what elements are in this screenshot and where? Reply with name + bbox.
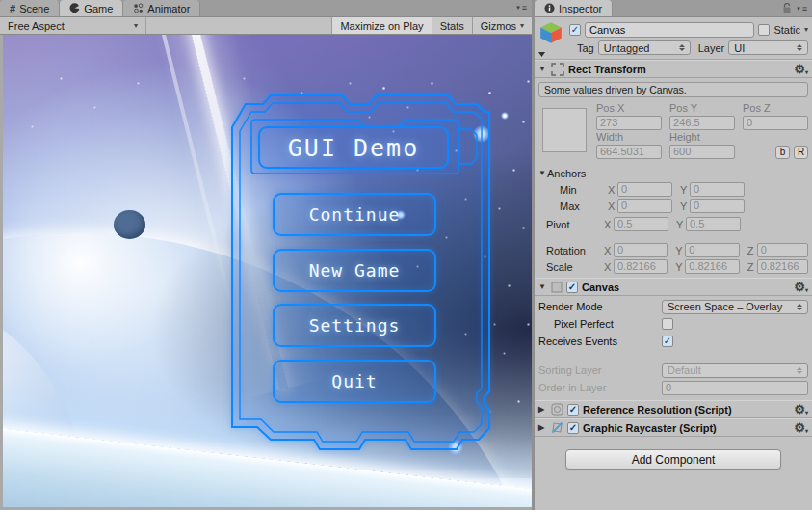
foldout-open-icon[interactable]: ▼ <box>538 65 547 73</box>
foldout-open-icon[interactable]: ▼ <box>538 169 547 177</box>
static-checkbox[interactable] <box>758 24 770 36</box>
graphic-raycaster-header[interactable]: ▶ ✓ Graphic Raycaster (Script) ⚙▾ <box>535 418 812 437</box>
foldout-closed-icon[interactable]: ▶ <box>538 405 547 414</box>
gear-icon[interactable]: ⚙▾ <box>794 402 808 416</box>
inspector-tabbar: Inspector ▾≡ <box>535 0 812 17</box>
aspect-dropdown[interactable]: Free Aspect ▾ <box>0 17 146 34</box>
scale-x-field[interactable]: 0.82166 <box>614 259 668 274</box>
pixel-perfect-checkbox[interactable] <box>662 318 673 330</box>
graphic-raycaster-checkbox[interactable]: ✓ <box>567 422 579 434</box>
order-in-layer-label: Order in Layer <box>538 382 662 393</box>
render-mode-dropdown[interactable]: Screen Space – Overlay <box>662 300 808 314</box>
scale-row: Scale X 0.82166 Y 0.82166 Z 0.82166 <box>535 259 812 274</box>
dropdown-arrows-icon <box>797 367 802 374</box>
rotation-z-field[interactable]: 0 <box>757 243 808 257</box>
pixel-perfect-label: Pixel Perfect <box>538 318 662 330</box>
scale-label: Scale <box>538 261 604 273</box>
stats-button[interactable]: Stats <box>432 17 472 34</box>
height-field[interactable]: 600 <box>669 145 735 159</box>
inspector-header: ✓ Static ▾ Tag Untagged Layer <box>535 17 812 60</box>
tab-scene-label: Scene <box>19 3 49 14</box>
toolbar-spacer <box>146 17 331 34</box>
pivot-label: Pivot <box>538 219 604 230</box>
pivot-row: Pivot X 0.5 Y 0.5 <box>535 217 812 231</box>
scene-icon: # <box>10 3 15 14</box>
reference-resolution-header[interactable]: ▶ ✓ Reference Resolution (Script) ⚙▾ <box>535 400 812 418</box>
add-component-button[interactable]: Add Component <box>565 449 781 470</box>
object-name-field[interactable] <box>585 22 754 38</box>
width-field[interactable]: 664.5031 <box>596 145 662 159</box>
tab-game[interactable]: Game <box>60 0 123 16</box>
min-label: Min <box>538 184 608 196</box>
lock-icon[interactable] <box>782 3 792 13</box>
max-y-field[interactable]: 0 <box>690 199 745 213</box>
pos-z-label: Pos Z <box>743 102 808 115</box>
rotation-y-field[interactable]: 0 <box>685 243 739 257</box>
tab-animator[interactable]: Animator <box>123 0 200 16</box>
menu-button-quit[interactable]: Quit <box>273 360 436 403</box>
menu-button-new-game[interactable]: New Game <box>273 249 436 292</box>
sorting-layer-label: Sorting Layer <box>538 364 662 376</box>
reference-resolution-icon <box>551 403 563 416</box>
game-panel: # Scene Game Animator ▾≡ Free Aspect ▾ <box>0 0 532 510</box>
rect-transform-icon <box>551 63 564 76</box>
sorting-layer-row: Sorting Layer Default <box>535 362 812 378</box>
maximize-on-play-button[interactable]: Maximize on Play <box>331 17 431 34</box>
order-in-layer-field[interactable]: 0 <box>662 381 808 395</box>
sorting-layer-dropdown[interactable]: Default <box>662 363 808 378</box>
rotation-x-field[interactable]: 0 <box>614 243 668 257</box>
raw-edit-mode-button[interactable]: R <box>794 146 808 159</box>
unity-editor-window: # Scene Game Animator ▾≡ Free Aspect ▾ <box>0 0 812 510</box>
foldout-open-icon[interactable]: ▼ <box>538 282 547 291</box>
menu-button-settings[interactable]: Settings <box>273 304 436 347</box>
active-checkbox[interactable]: ✓ <box>569 24 581 36</box>
menu-button-continue[interactable]: Continue <box>273 193 436 236</box>
gear-icon[interactable]: ⚙▾ <box>794 420 808 435</box>
gizmos-button[interactable]: Gizmos ▾ <box>472 17 532 34</box>
anchors-row[interactable]: ▼ Anchors <box>535 166 812 180</box>
pivot-y-field[interactable]: 0.5 <box>686 217 741 231</box>
pos-x-label: Pos X <box>596 102 662 115</box>
max-x-field[interactable]: 0 <box>617 199 672 213</box>
pos-y-field[interactable]: 246.5 <box>669 116 735 130</box>
gear-icon[interactable]: ⚙▾ <box>794 280 808 294</box>
rect-transform-header[interactable]: ▼ Rect Transform ⚙▾ <box>535 60 812 78</box>
tab-inspector-label: Inspector <box>559 3 602 14</box>
game-panel-menu-icon[interactable]: ▾≡ <box>516 3 528 13</box>
pos-x-field[interactable]: 273 <box>596 116 662 130</box>
gear-icon[interactable]: ⚙▾ <box>794 62 808 76</box>
tab-inspector[interactable]: Inspector <box>535 0 613 16</box>
anchors-max-row: Max X 0 Y 0 <box>535 199 812 213</box>
anchors-min-row: Min X 0 Y 0 <box>535 182 812 197</box>
tag-dropdown[interactable]: Untagged <box>598 40 691 55</box>
pivot-x-field[interactable]: 0.5 <box>614 217 668 231</box>
pos-z-field[interactable]: 0 <box>743 116 808 130</box>
anchor-preview <box>542 108 587 152</box>
layer-label: Layer <box>694 42 725 54</box>
rotation-label: Rotation <box>538 245 604 256</box>
game-icon <box>69 3 80 13</box>
canvas-component-title: Canvas <box>582 282 619 293</box>
info-icon <box>544 3 555 13</box>
blueprint-mode-button[interactable]: b <box>775 146 790 159</box>
tab-animator-label: Animator <box>147 3 190 14</box>
game-viewport: GUI Demo Continue New Game Settings Quit <box>0 35 532 510</box>
min-x-field[interactable]: 0 <box>617 182 672 197</box>
reference-resolution-checkbox[interactable]: ✓ <box>567 404 579 416</box>
layer-dropdown[interactable]: UI <box>728 40 808 55</box>
order-in-layer-row: Order in Layer 0 <box>535 380 812 395</box>
anchors-label: Anchors <box>547 168 586 179</box>
receives-events-checkbox[interactable]: ✓ <box>662 336 673 347</box>
scale-z-field[interactable]: 0.82166 <box>757 259 808 274</box>
gameobject-cube-icon[interactable] <box>538 20 567 57</box>
scale-y-field[interactable]: 0.82166 <box>685 259 739 274</box>
foldout-closed-icon[interactable]: ▶ <box>538 423 547 432</box>
inspector-menu-icon[interactable]: ▾≡ <box>797 4 808 13</box>
rotation-row: Rotation X 0 Y 0 Z 0 <box>535 243 812 257</box>
static-dropdown-icon[interactable]: ▾ <box>804 25 808 34</box>
dropdown-arrows-icon <box>797 304 802 310</box>
canvas-component-header[interactable]: ▼ ✓ Canvas ⚙▾ <box>535 278 812 296</box>
tab-scene[interactable]: # Scene <box>0 0 60 16</box>
canvas-enabled-checkbox[interactable]: ✓ <box>566 282 578 293</box>
min-y-field[interactable]: 0 <box>690 182 745 197</box>
